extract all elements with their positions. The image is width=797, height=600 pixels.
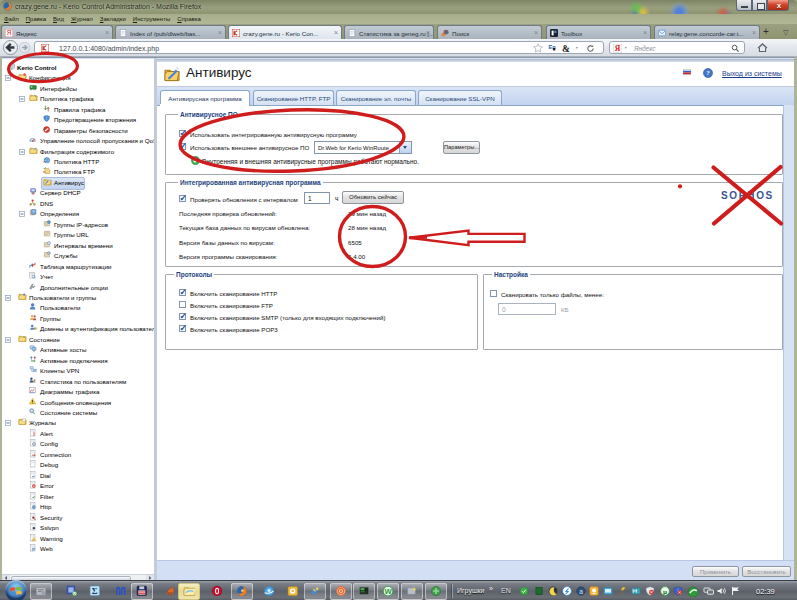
- sidebar-item[interactable]: Группы URL: [2, 230, 154, 240]
- sidebar-item[interactable]: Фильтрация содержимого: [2, 147, 154, 157]
- flag-tray-icon[interactable]: [730, 586, 741, 596]
- sidebar-item[interactable]: Определения: [2, 209, 154, 219]
- sidebar-item[interactable]: Активные подключения: [2, 356, 154, 366]
- sidebar-item[interactable]: DNS: [2, 199, 154, 209]
- cb-scan-size-checkbox[interactable]: [490, 290, 497, 297]
- language-indicator[interactable]: EN: [501, 587, 511, 594]
- sidebar-item[interactable]: Политика HTTP: [2, 157, 154, 167]
- sidebar-item[interactable]: Debug: [2, 460, 154, 470]
- dove-tray-icon[interactable]: [617, 586, 627, 596]
- sidebar-item[interactable]: Домены и аутентификация пользователей: [2, 324, 154, 334]
- sidebar-item[interactable]: Web: [2, 544, 154, 554]
- reload-icon[interactable]: [586, 44, 595, 53]
- darkgreen-sq-tray-icon[interactable]: [535, 586, 544, 596]
- sidebar-item[interactable]: Error: [2, 481, 154, 491]
- sidebar-item[interactable]: Пользователи: [2, 303, 154, 313]
- menu-1[interactable]: Правка: [26, 16, 46, 22]
- flag-ru-icon[interactable]: [681, 69, 693, 77]
- tab-list-button[interactable]: ▽: [783, 29, 788, 37]
- taskbar-chevron[interactable]: »: [489, 585, 493, 592]
- nod32-tray-icon[interactable]: [687, 586, 698, 597]
- home-icon[interactable]: [757, 42, 768, 53]
- admin-tab-2[interactable]: Сканирование эл. почты: [336, 90, 416, 105]
- taskbar-toolbar-label[interactable]: Игрушки: [457, 587, 485, 594]
- sidebar-item[interactable]: Config: [2, 439, 154, 449]
- target-taskbar-icon[interactable]: [335, 585, 346, 596]
- skype-tray-icon[interactable]: [562, 586, 572, 596]
- teal-m-tray-icon[interactable]: [631, 586, 641, 596]
- sidebar-item[interactable]: Параметры безопасности: [2, 126, 154, 136]
- apply-button[interactable]: Применить: [692, 566, 739, 577]
- sidebar-item[interactable]: Пользователи и группы: [2, 293, 154, 303]
- sidebar-item[interactable]: Предотвращение вторжения: [2, 115, 154, 125]
- logout-link[interactable]: Выход из системы: [722, 70, 782, 77]
- outlook-taskbar-icon[interactable]: [287, 585, 298, 596]
- help-icon[interactable]: ?: [703, 68, 713, 78]
- sidebar-item[interactable]: Службы: [2, 251, 154, 261]
- sidebar-item[interactable]: Сообщения-оповещения: [2, 398, 154, 408]
- minimize-button[interactable]: [736, 0, 752, 11]
- kis-taskbar-icon[interactable]: [66, 585, 77, 596]
- external-av-select[interactable]: Dr.Web for Kerio WinRoute: [314, 141, 412, 154]
- utorrent-green-taskbar-icon[interactable]: W: [382, 585, 393, 596]
- sidebar-item[interactable]: Alert: [2, 429, 154, 439]
- start-button[interactable]: [5, 580, 27, 600]
- browser-tab-2[interactable]: crazy.gene.ru - Kerio Con...×: [228, 25, 342, 40]
- sidebar-item[interactable]: Состояние системы: [2, 408, 154, 418]
- sidebar-item[interactable]: Группы IP-адресов: [2, 220, 154, 230]
- sidebar-item[interactable]: Управление полосой пропускания и QoS: [2, 136, 154, 146]
- tree-expander-icon[interactable]: [5, 337, 12, 344]
- chevron-down-icon[interactable]: [624, 46, 630, 52]
- tree-expander-icon[interactable]: [5, 420, 12, 427]
- menu-6[interactable]: Справка: [177, 16, 201, 22]
- menu-4[interactable]: Закладки: [100, 16, 126, 22]
- sidebar-item[interactable]: Правила трафика: [2, 105, 154, 115]
- cb-check-updates-checkbox[interactable]: ✓: [179, 195, 186, 202]
- cb-external-checkbox[interactable]: ✓: [179, 143, 186, 150]
- close-button[interactable]: x: [767, 0, 789, 11]
- cb-protocol-3-checkbox[interactable]: ✓: [179, 325, 186, 332]
- menu-2[interactable]: Вид: [53, 16, 64, 22]
- chevron-down-icon[interactable]: [575, 46, 581, 52]
- sidebar-item[interactable]: Политика трафика: [2, 94, 154, 104]
- firefox-taskbar-icon[interactable]: [236, 585, 247, 596]
- shield-badge-tray-icon[interactable]: [673, 586, 683, 596]
- sidebar-item[interactable]: Filter: [2, 492, 154, 502]
- sidebar-item[interactable]: Учет: [2, 272, 154, 282]
- punto-lang-icon[interactable]: En: [548, 44, 557, 52]
- restore-button[interactable]: Восстановить: [742, 566, 791, 577]
- bookmark-star-icon[interactable]: [533, 43, 543, 53]
- sparkle-taskbar-icon[interactable]: [406, 585, 417, 596]
- sidebar-item[interactable]: Warning: [2, 534, 154, 544]
- globe-a-tray-icon[interactable]: a: [576, 586, 586, 596]
- sidebar-item[interactable]: Сервер DHCP: [2, 188, 154, 198]
- mdouble-taskbar-icon[interactable]: [115, 585, 126, 596]
- cb-protocol-1-checkbox[interactable]: [179, 301, 186, 308]
- update-now-button[interactable]: Обновить сейчас: [342, 191, 404, 204]
- tree-expander-icon[interactable]: [19, 211, 26, 218]
- tab-close-icon[interactable]: ×: [334, 29, 338, 36]
- cb-integrated-checkbox[interactable]: ✓: [179, 130, 186, 137]
- back-icon[interactable]: [3, 40, 18, 55]
- menu-3[interactable]: Журнал: [71, 16, 93, 22]
- url-bar[interactable]: 127.0.0.1:4080/admin/index.phpEn&: [34, 41, 604, 54]
- admin-tab-1[interactable]: Сканирование HTTP, FTP: [253, 90, 334, 105]
- sidebar-item[interactable]: Интерфейсы: [2, 84, 154, 94]
- cb-protocol-0-checkbox[interactable]: ✓: [179, 289, 186, 296]
- sidebar-item[interactable]: Состояние: [2, 335, 154, 345]
- tree-expander-icon[interactable]: [5, 75, 12, 82]
- menu-5[interactable]: Инструменты: [133, 16, 170, 22]
- magnifier-icon[interactable]: [731, 44, 740, 53]
- sidebar-item[interactable]: Диаграммы трафика: [2, 387, 154, 397]
- greenapp-taskbar-icon[interactable]: [430, 585, 441, 596]
- tab-close-icon[interactable]: ×: [218, 29, 222, 36]
- browser-tab-3[interactable]: Статистика за geneg.ru [...×: [344, 25, 434, 39]
- params-button[interactable]: Параметры...: [443, 141, 480, 154]
- tab-close-icon[interactable]: ×: [105, 29, 109, 36]
- admin-tab-3[interactable]: Сканирование SSL-VPN: [418, 90, 502, 105]
- rust-taskbar-icon[interactable]: [165, 585, 176, 596]
- tree-expander-icon[interactable]: [5, 295, 12, 302]
- sidebar-item[interactable]: Интервалы времени: [2, 241, 154, 251]
- forward-icon[interactable]: [19, 42, 30, 53]
- opera-taskbar-icon[interactable]: [211, 585, 222, 596]
